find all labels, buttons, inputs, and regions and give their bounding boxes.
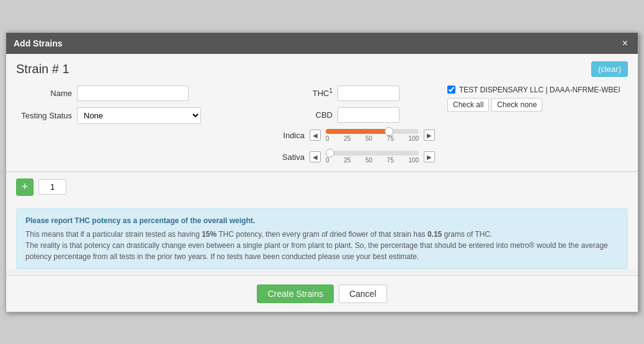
info-line1-bold2: 0.15 bbox=[427, 230, 442, 239]
thc-label: THC1 bbox=[277, 87, 333, 98]
strain-title: Strain # 1 bbox=[16, 62, 69, 76]
strain-count-input[interactable] bbox=[38, 179, 66, 195]
dispensary-checkbox[interactable] bbox=[447, 86, 455, 94]
clear-button[interactable]: (clear) bbox=[591, 61, 628, 77]
cbd-input[interactable] bbox=[338, 107, 400, 123]
indica-slider-row: Indica ◀ 0 25 50 75 100 ▶ bbox=[277, 129, 435, 142]
thc-input[interactable] bbox=[338, 86, 400, 101]
info-box-title: Please report THC potency as a percentag… bbox=[25, 215, 619, 226]
add-strain-row: + bbox=[6, 172, 638, 202]
sativa-slider[interactable] bbox=[326, 151, 419, 156]
info-line1-pre: This means that if a particular strain t… bbox=[25, 230, 202, 239]
dispensary-label: TEST DISPENSARY LLC | DAAA-NFRME-WBEI bbox=[459, 86, 620, 94]
sativa-slider-row: Sativa ◀ 0 25 50 75 100 ▶ bbox=[277, 151, 435, 164]
sativa-ticks: 0 25 50 75 100 bbox=[326, 157, 419, 164]
check-buttons: Check all Check none bbox=[447, 98, 628, 112]
cbd-label: CBD bbox=[277, 110, 333, 120]
footer-section: Create Strains Cancel bbox=[6, 275, 638, 312]
thc-field-row: THC1 bbox=[277, 86, 435, 101]
add-strains-dialog: Add Strains × Strain # 1 (clear) Name Te… bbox=[6, 32, 638, 312]
strain-section: Strain # 1 (clear) Name Testing Status N… bbox=[6, 54, 638, 172]
info-box: Please report THC potency as a percentag… bbox=[16, 208, 628, 269]
info-line1-bold1: 15% bbox=[202, 230, 217, 239]
info-line1-post: grams of THC. bbox=[442, 230, 492, 239]
thc-superscript: 1 bbox=[329, 87, 333, 94]
sativa-label: Sativa bbox=[277, 152, 305, 162]
create-strains-button[interactable]: Create Strains bbox=[257, 284, 333, 303]
cbd-field-row: CBD bbox=[277, 107, 435, 123]
close-button[interactable]: × bbox=[620, 38, 630, 49]
cancel-button[interactable]: Cancel bbox=[339, 284, 387, 303]
testing-status-label: Testing Status bbox=[16, 111, 72, 120]
name-label: Name bbox=[16, 89, 72, 98]
add-strain-button[interactable]: + bbox=[16, 179, 34, 196]
left-column: Name Testing Status None Tested Pending bbox=[16, 86, 264, 124]
sativa-slider-container: 0 25 50 75 100 bbox=[326, 151, 419, 164]
dialog-body: Strain # 1 (clear) Name Testing Status N… bbox=[6, 54, 638, 269]
indica-right-arrow[interactable]: ▶ bbox=[424, 130, 435, 141]
check-none-button[interactable]: Check none bbox=[491, 98, 542, 112]
dialog-title: Add Strains bbox=[14, 38, 63, 48]
testing-status-select[interactable]: None Tested Pending bbox=[77, 107, 201, 124]
dialog-header: Add Strains × bbox=[6, 33, 638, 54]
sativa-left-arrow[interactable]: ◀ bbox=[310, 151, 321, 162]
name-field-row: Name bbox=[16, 86, 264, 101]
middle-column: THC1 CBD Indica ◀ 0 bbox=[264, 86, 435, 166]
dispensary-check-row: TEST DISPENSARY LLC | DAAA-NFRME-WBEI bbox=[447, 86, 628, 94]
indica-slider-container: 0 25 50 75 100 bbox=[326, 129, 419, 142]
indica-slider[interactable] bbox=[326, 129, 419, 134]
testing-status-row: Testing Status None Tested Pending bbox=[16, 107, 264, 124]
right-column: TEST DISPENSARY LLC | DAAA-NFRME-WBEI Ch… bbox=[435, 86, 628, 117]
info-box-text: This means that if a particular strain t… bbox=[25, 229, 619, 262]
check-all-button[interactable]: Check all bbox=[447, 98, 489, 112]
name-input[interactable] bbox=[77, 86, 189, 101]
indica-label: Indica bbox=[277, 131, 305, 140]
indica-left-arrow[interactable]: ◀ bbox=[310, 130, 321, 141]
sativa-right-arrow[interactable]: ▶ bbox=[424, 151, 435, 162]
dispensary-section: TEST DISPENSARY LLC | DAAA-NFRME-WBEI Ch… bbox=[447, 86, 628, 112]
indica-ticks: 0 25 50 75 100 bbox=[326, 135, 419, 142]
strain-header: Strain # 1 (clear) bbox=[16, 61, 628, 77]
form-row: Name Testing Status None Tested Pending bbox=[16, 86, 628, 166]
info-line2: The reality is that potency can drastica… bbox=[25, 241, 608, 261]
info-line1-mid: THC potency, then every gram of dried fl… bbox=[217, 230, 427, 239]
